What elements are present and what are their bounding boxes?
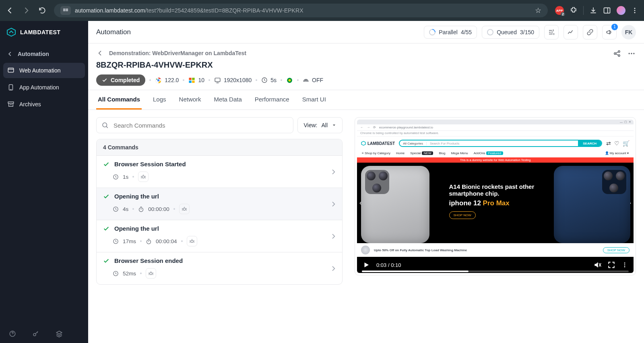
svg-rect-3 — [66, 10, 68, 11]
command-item[interactable]: Browser Session ended 52ms — [97, 252, 342, 284]
video-url-bar: ←→⟳ ecommerce-playground.lambdatest.io — [357, 124, 634, 131]
more-button[interactable] — [627, 49, 636, 58]
announcements-button[interactable]: 1 — [602, 25, 617, 39]
debug-button[interactable] — [146, 268, 156, 279]
tab-performance[interactable]: Performance — [253, 90, 291, 110]
search-commands[interactable] — [96, 117, 293, 133]
downloads-icon[interactable] — [589, 6, 597, 14]
clock-icon — [261, 77, 268, 83]
browser-back-button[interactable] — [6, 6, 14, 15]
check-icon — [103, 225, 109, 232]
svg-point-45 — [624, 266, 625, 267]
play-button[interactable] — [363, 261, 370, 269]
profile-avatar-icon[interactable] — [617, 6, 625, 15]
link-button[interactable] — [583, 25, 597, 39]
extension-badge[interactable]: APP 2 — [555, 6, 564, 15]
debug-button[interactable] — [138, 172, 149, 182]
debug-button[interactable] — [187, 236, 197, 246]
tab-all-commands[interactable]: All Commands — [96, 90, 142, 110]
sidebar-item-label: Web Automation — [19, 67, 60, 74]
extensions-icon[interactable] — [570, 6, 578, 14]
svg-marker-8 — [7, 28, 15, 36]
analytics-button[interactable] — [564, 25, 578, 39]
svg-marker-42 — [361, 141, 365, 145]
sidebar-back-label: Automation — [18, 51, 49, 57]
volume-mute-icon — [593, 261, 601, 269]
search-input[interactable] — [113, 122, 288, 129]
svg-rect-19 — [189, 81, 192, 83]
archive-icon — [7, 101, 14, 108]
announcements-count: 1 — [611, 24, 618, 30]
promo-row: Upto 50% Off on Fully Automatic Top Load… — [357, 243, 634, 257]
megaphone-icon — [606, 29, 613, 36]
help-icon[interactable] — [9, 330, 16, 337]
command-item[interactable]: Opening the url 4s 00:00:00 — [97, 188, 342, 220]
topbar: Automation Parallel 4/55 Queued 3/150 — [88, 21, 644, 43]
mobile-icon — [7, 84, 14, 91]
bug-icon — [148, 271, 154, 276]
key-icon[interactable] — [32, 330, 39, 337]
svg-rect-41 — [150, 273, 152, 275]
svg-rect-33 — [142, 176, 144, 178]
breadcrumb-text[interactable]: Demonstration: WebDriverManager on Lambd… — [109, 50, 246, 56]
browser-reload-button[interactable] — [38, 6, 47, 15]
video-more-button[interactable] — [621, 262, 628, 268]
svg-point-24 — [289, 79, 291, 81]
user-avatar[interactable]: FK — [621, 25, 636, 39]
chevron-right-icon — [330, 169, 336, 175]
extension-count: 2 — [561, 12, 565, 16]
integrations-button[interactable] — [544, 25, 559, 39]
commands-panel: 4 Commands Browser Session Started 1s — [96, 139, 343, 285]
svg-point-7 — [634, 12, 636, 13]
sidebar-item-web-automation[interactable]: Web Automation — [3, 63, 85, 78]
tunnel-chip: OFF — [303, 77, 323, 83]
queued-status[interactable]: Queued 3/150 — [482, 26, 539, 39]
site-settings-icon[interactable] — [60, 6, 71, 15]
debug-button[interactable] — [179, 204, 190, 214]
bookmark-star-icon[interactable]: ☆ — [535, 6, 541, 15]
svg-point-16 — [157, 79, 160, 81]
phone-right — [554, 166, 630, 243]
red-strip: This is a dummy website for Web Automati… — [357, 157, 634, 163]
tab-smart-ui[interactable]: Smart UI — [301, 90, 328, 110]
chevron-right-icon — [330, 265, 336, 272]
link-icon — [586, 29, 594, 36]
chevron-right-icon — [330, 233, 336, 240]
sidebar-item-label: App Automation — [19, 84, 59, 91]
layers-icon[interactable] — [56, 330, 63, 337]
panel-icon[interactable] — [603, 6, 611, 14]
browser-url-text: automation.lambdatest.com/test?build=254… — [75, 7, 303, 14]
brand-logo[interactable]: LAMBDATEST — [0, 21, 88, 43]
signal-icon — [303, 77, 309, 83]
sidebar-item-app-automation[interactable]: App Automation — [3, 80, 85, 95]
mute-button[interactable] — [593, 261, 601, 269]
command-item[interactable]: Browser Session Started 1s — [97, 155, 342, 188]
view-select[interactable]: View: All — [297, 117, 343, 133]
browser-menu-icon[interactable] — [631, 7, 638, 14]
chevron-left-icon — [7, 51, 13, 57]
store-nav: ≡ Shop by Category Home Special NEW Blog… — [357, 150, 634, 157]
svg-rect-17 — [189, 78, 192, 80]
command-item[interactable]: Opening the url 17ms 00:00:04 — [97, 220, 342, 252]
sidebar-back[interactable]: Automation — [3, 47, 85, 61]
breadcrumb-back[interactable] — [96, 49, 104, 57]
browser-url-bar[interactable]: automation.lambdatest.com/test?build=254… — [54, 4, 548, 17]
fullscreen-icon — [608, 261, 615, 269]
monitor-icon — [214, 77, 221, 84]
svg-rect-21 — [215, 78, 220, 81]
status-badge: Completed — [96, 74, 145, 86]
tab-logs[interactable]: Logs — [151, 90, 168, 110]
sidebar-item-archives[interactable]: Archives — [3, 97, 85, 112]
chevron-right-icon — [330, 201, 336, 207]
stopwatch-icon — [138, 206, 144, 212]
tab-network[interactable]: Network — [178, 90, 203, 110]
chrome-icon — [155, 77, 162, 84]
fullscreen-button[interactable] — [608, 261, 615, 269]
parallel-status[interactable]: Parallel 4/55 — [424, 26, 477, 39]
tab-metadata[interactable]: Meta Data — [213, 90, 244, 110]
test-id: 8BZQR-RPIBA-4VHVW-EPKRX — [96, 60, 636, 70]
svg-point-29 — [631, 53, 632, 54]
share-button[interactable] — [613, 49, 621, 58]
browser-forward-button[interactable] — [22, 6, 31, 15]
video-progress[interactable] — [362, 271, 629, 272]
